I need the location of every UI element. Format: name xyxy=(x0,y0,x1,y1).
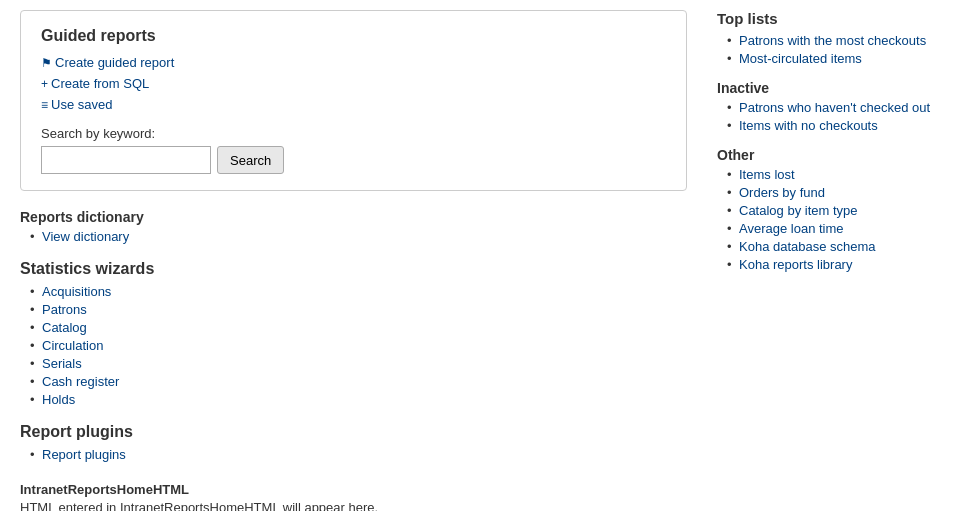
list-item: Patrons xyxy=(30,302,687,317)
list-item: Acquisitions xyxy=(30,284,687,299)
top-lists-list: Patrons with the most checkouts Most-cir… xyxy=(727,33,937,66)
list-item: Most-circulated items xyxy=(727,51,937,66)
items-no-checkouts-link[interactable]: Items with no checkouts xyxy=(739,118,878,133)
koha-database-schema-link[interactable]: Koha database schema xyxy=(739,239,876,254)
list-item: Koha database schema xyxy=(727,239,937,254)
search-input[interactable] xyxy=(41,146,211,174)
footer-title: IntranetReportsHomeHTML xyxy=(20,482,687,497)
list-item: Patrons with the most checkouts xyxy=(727,33,937,48)
list-item: Catalog by item type xyxy=(727,203,937,218)
page-layout: Guided reports ⚑Create guided report +Cr… xyxy=(20,10,937,511)
statistics-wizards-title: Statistics wizards xyxy=(20,260,687,278)
guided-reports-box: Guided reports ⚑Create guided report +Cr… xyxy=(20,10,687,191)
list-item: Holds xyxy=(30,392,687,407)
list-item: Items lost xyxy=(727,167,937,182)
search-row: Search xyxy=(41,146,666,174)
list-item: View dictionary xyxy=(30,229,687,244)
list-item: Items with no checkouts xyxy=(727,118,937,133)
footer: IntranetReportsHomeHTML HTML entered in … xyxy=(20,482,687,511)
statistics-wizards-list: Acquisitions Patrons Catalog Circulation… xyxy=(30,284,687,407)
other-heading: Other xyxy=(717,147,937,163)
main-content: Guided reports ⚑Create guided report +Cr… xyxy=(20,10,687,511)
inactive-list: Patrons who haven't checked out Items wi… xyxy=(727,100,937,133)
reports-dictionary-section: Reports dictionary View dictionary xyxy=(20,209,687,244)
catalog-link[interactable]: Catalog xyxy=(42,320,87,335)
sidebar: Top lists Patrons with the most checkout… xyxy=(717,10,937,275)
search-label: Search by keyword: xyxy=(41,126,666,141)
create-from-sql-link[interactable]: +Create from SQL xyxy=(41,76,666,91)
catalog-by-item-type-link[interactable]: Catalog by item type xyxy=(739,203,858,218)
reports-dictionary-title: Reports dictionary xyxy=(20,209,687,225)
list-item: Patrons who haven't checked out xyxy=(727,100,937,115)
cash-register-link[interactable]: Cash register xyxy=(42,374,119,389)
use-saved-link[interactable]: ≡Use saved xyxy=(41,97,666,112)
list-item: Koha reports library xyxy=(727,257,937,272)
list-item: Cash register xyxy=(30,374,687,389)
search-button[interactable]: Search xyxy=(217,146,284,174)
items-lost-link[interactable]: Items lost xyxy=(739,167,795,182)
most-circulated-link[interactable]: Most-circulated items xyxy=(739,51,862,66)
statistics-wizards-section: Statistics wizards Acquisitions Patrons … xyxy=(20,260,687,407)
list-icon: ≡ xyxy=(41,98,48,112)
plus-icon: + xyxy=(41,77,48,91)
koha-reports-library-link[interactable]: Koha reports library xyxy=(739,257,852,272)
serials-link[interactable]: Serials xyxy=(42,356,82,371)
top-lists-heading: Top lists xyxy=(717,10,937,27)
average-loan-time-link[interactable]: Average loan time xyxy=(739,221,844,236)
report-plugins-link[interactable]: Report plugins xyxy=(42,447,126,462)
list-item: Orders by fund xyxy=(727,185,937,200)
other-list: Items lost Orders by fund Catalog by ite… xyxy=(727,167,937,272)
inactive-heading: Inactive xyxy=(717,80,937,96)
patrons-most-checkouts-link[interactable]: Patrons with the most checkouts xyxy=(739,33,926,48)
create-guided-report-link[interactable]: ⚑Create guided report xyxy=(41,55,666,70)
report-plugins-section: Report plugins Report plugins xyxy=(20,423,687,462)
holds-link[interactable]: Holds xyxy=(42,392,75,407)
reports-dictionary-list: View dictionary xyxy=(30,229,687,244)
list-item: Average loan time xyxy=(727,221,937,236)
circulation-link[interactable]: Circulation xyxy=(42,338,103,353)
view-dictionary-link[interactable]: View dictionary xyxy=(42,229,129,244)
list-item: Report plugins xyxy=(30,447,687,462)
list-item: Serials xyxy=(30,356,687,371)
patrons-not-checked-out-link[interactable]: Patrons who haven't checked out xyxy=(739,100,930,115)
guided-reports-title: Guided reports xyxy=(41,27,666,45)
search-section: Search by keyword: Search xyxy=(41,126,666,174)
list-item: Circulation xyxy=(30,338,687,353)
report-plugins-list: Report plugins xyxy=(30,447,687,462)
footer-description: HTML entered in IntranetReportsHomeHTML … xyxy=(20,500,687,511)
patrons-link[interactable]: Patrons xyxy=(42,302,87,317)
report-plugins-title: Report plugins xyxy=(20,423,687,441)
orders-by-fund-link[interactable]: Orders by fund xyxy=(739,185,825,200)
acquisitions-link[interactable]: Acquisitions xyxy=(42,284,111,299)
flag-icon: ⚑ xyxy=(41,56,52,70)
list-item: Catalog xyxy=(30,320,687,335)
